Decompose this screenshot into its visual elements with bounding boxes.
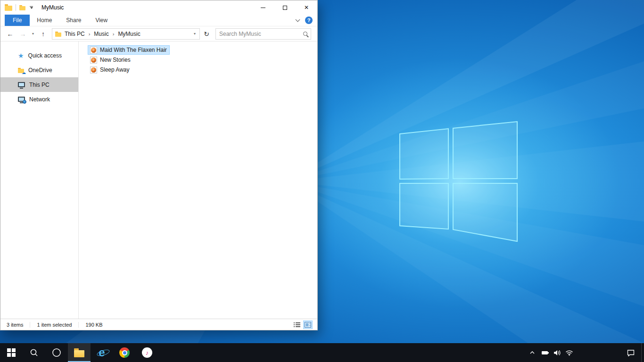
itunes-icon: ♪ xyxy=(142,347,152,358)
sidebar-item-this-pc[interactable]: This PC xyxy=(0,77,78,92)
file-row[interactable]: ♪ New Stories xyxy=(88,55,133,65)
breadcrumb-mymusic[interactable]: MyMusic xyxy=(115,29,143,39)
file-row[interactable]: ♪ Sleep Away xyxy=(88,65,132,74)
globe-icon xyxy=(23,100,26,104)
sidebar-item-network[interactable]: Network xyxy=(0,92,78,107)
expand-ribbon-icon[interactable] xyxy=(296,17,300,22)
breadcrumb-this-pc[interactable]: This PC xyxy=(61,29,88,39)
chrome-icon xyxy=(119,347,130,358)
taskbar-itunes-button[interactable]: ♪ xyxy=(136,343,158,362)
status-bar: 3 items 1 item selected 190 KB xyxy=(0,319,317,330)
file-explorer-window: MyMusic ✕ File Home Share View ? ← → ▾ ↑… xyxy=(0,0,318,330)
show-hidden-icons-button[interactable] xyxy=(526,343,538,362)
tab-view[interactable]: View xyxy=(88,15,115,26)
qat-properties-icon[interactable] xyxy=(19,6,25,10)
details-view-icon xyxy=(294,322,300,328)
ribbon-right-controls: ? xyxy=(296,15,317,26)
tab-file[interactable]: File xyxy=(5,15,30,26)
refresh-button[interactable]: ↻ xyxy=(201,28,212,40)
forward-button[interactable]: → xyxy=(17,28,29,40)
taskbar-chrome-button[interactable] xyxy=(113,343,136,362)
file-row[interactable]: ♪ Maid With The Flaxen Hair xyxy=(88,45,170,55)
address-box[interactable]: This PC › Music › MyMusic ▾ xyxy=(52,28,200,40)
items-count: 3 items xyxy=(7,322,30,328)
taskbar-file-explorer-button[interactable] xyxy=(68,343,91,362)
music-note-icon: ♪ xyxy=(91,67,96,73)
selection-count: 1 item selected xyxy=(37,322,79,328)
tab-share[interactable]: Share xyxy=(59,15,88,26)
onedrive-icon: ☁ xyxy=(18,69,24,73)
qat-separator xyxy=(16,4,16,11)
sidebar-item-label: Quick access xyxy=(28,52,62,59)
taskbar: e ♪ xyxy=(0,343,644,362)
wifi-icon xyxy=(565,350,573,356)
details-view-button[interactable] xyxy=(292,321,302,329)
taskbar-internet-explorer-button[interactable]: e xyxy=(91,343,113,362)
cortana-icon xyxy=(52,348,61,357)
qat-customize-dropdown[interactable] xyxy=(29,5,34,10)
titlebar: MyMusic ✕ xyxy=(0,0,317,15)
speaker-icon xyxy=(553,350,561,356)
recent-locations-dropdown[interactable]: ▾ xyxy=(30,28,36,40)
sidebar-item-label: OneDrive xyxy=(28,67,52,74)
taskbar-search-button[interactable] xyxy=(23,343,45,362)
music-file-icon: ♪ xyxy=(90,57,97,64)
action-center-icon xyxy=(627,349,635,356)
battery-button[interactable] xyxy=(538,343,551,362)
sidebar-item-label: Network xyxy=(29,96,50,103)
show-desktop-button[interactable] xyxy=(641,343,644,362)
search-box xyxy=(215,28,311,40)
ribbon-tab-row: File Home Share View ? xyxy=(0,15,317,26)
large-icons-view-icon xyxy=(305,322,311,328)
up-button[interactable]: ↑ xyxy=(37,28,49,40)
qat-dropdown-bar xyxy=(30,6,33,7)
chevron-up-icon xyxy=(529,351,535,354)
music-note-icon: ♪ xyxy=(91,48,96,53)
file-explorer-icon xyxy=(74,350,84,357)
window-body: ★ Quick access ☁ OneDrive This PC Networ… xyxy=(0,41,317,319)
action-center-button[interactable] xyxy=(620,343,641,362)
cortana-button[interactable] xyxy=(45,343,68,362)
this-pc-icon xyxy=(18,82,25,87)
sidebar-item-label: This PC xyxy=(29,82,50,88)
breadcrumb-music[interactable]: Music xyxy=(91,29,112,39)
search-input[interactable] xyxy=(219,31,300,37)
start-button[interactable] xyxy=(0,343,23,362)
sidebar-item-quick-access[interactable]: ★ Quick access xyxy=(0,48,78,63)
network-button[interactable] xyxy=(563,343,575,362)
system-tray xyxy=(526,343,644,362)
file-name: Sleep Away xyxy=(100,66,130,73)
close-icon: ✕ xyxy=(304,5,309,10)
large-icons-view-button[interactable] xyxy=(303,321,313,329)
window-folder-icon xyxy=(5,6,12,11)
window-title: MyMusic xyxy=(41,4,64,11)
back-button[interactable]: ← xyxy=(4,28,16,40)
sidebar-item-onedrive[interactable]: ☁ OneDrive xyxy=(0,63,78,77)
windows-logo-icon xyxy=(7,348,16,357)
minimize-icon xyxy=(261,8,265,8)
address-folder-icon xyxy=(55,33,61,37)
quick-access-toolbar xyxy=(0,4,34,11)
music-note-icon: ♪ xyxy=(91,58,96,63)
navigation-pane: ★ Quick access ☁ OneDrive This PC Networ… xyxy=(0,41,79,319)
volume-button[interactable] xyxy=(551,343,563,362)
file-name: Maid With The Flaxen Hair xyxy=(100,47,167,53)
help-button[interactable]: ? xyxy=(305,16,313,24)
maximize-button[interactable] xyxy=(274,0,296,15)
address-dropdown-icon[interactable]: ▾ xyxy=(192,32,198,36)
caption-buttons: ✕ xyxy=(252,0,317,15)
maximize-icon xyxy=(283,6,287,10)
selection-size: 190 KB xyxy=(85,322,109,328)
file-list: ♪ Maid With The Flaxen Hair ♪ New Storie… xyxy=(79,41,317,319)
music-file-icon: ♪ xyxy=(90,47,97,54)
internet-explorer-icon: e xyxy=(99,347,105,358)
tab-home[interactable]: Home xyxy=(30,15,59,26)
battery-icon xyxy=(542,351,548,354)
network-icon xyxy=(18,97,25,102)
music-file-icon: ♪ xyxy=(90,66,97,74)
minimize-button[interactable] xyxy=(252,0,274,15)
view-toggles xyxy=(292,321,313,329)
close-button[interactable]: ✕ xyxy=(296,0,317,15)
search-icon[interactable] xyxy=(303,32,307,36)
search-icon xyxy=(30,348,38,357)
